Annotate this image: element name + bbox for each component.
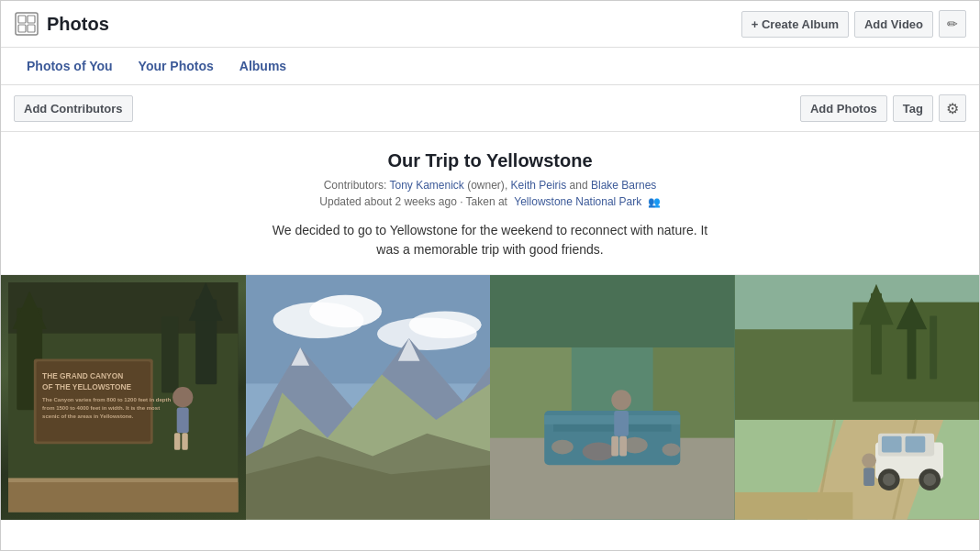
tab-photos-of-you[interactable]: Photos of You: [14, 48, 126, 84]
settings-button[interactable]: ⚙: [939, 94, 966, 122]
contributor1-link[interactable]: Tony Kamenick: [389, 179, 463, 192]
photo-item-3[interactable]: [490, 275, 735, 520]
updated-text: Updated about 2 weeks ago · Taken at: [319, 195, 507, 208]
svg-point-30: [408, 311, 481, 338]
svg-point-50: [611, 390, 631, 410]
svg-rect-22: [182, 433, 187, 450]
album-description: We decided to go to Yellowstone for the …: [270, 221, 710, 259]
svg-rect-2: [28, 16, 35, 23]
svg-point-74: [923, 473, 936, 486]
gear-icon: ⚙: [946, 100, 959, 117]
svg-text:OF THE YELLOWSTONE: OF THE YELLOWSTONE: [42, 382, 131, 391]
edit-button[interactable]: ✏: [939, 10, 966, 38]
svg-rect-1: [18, 16, 26, 23]
svg-point-19: [173, 387, 193, 407]
header-actions: + Create Album Add Video ✏: [741, 10, 966, 38]
svg-rect-53: [619, 436, 627, 457]
photo-item-4[interactable]: [735, 275, 980, 520]
svg-text:scenic of the areas in Yellows: scenic of the areas in Yellowstone.: [42, 413, 134, 419]
svg-rect-44: [544, 415, 680, 424]
location-link[interactable]: Yellowstone National Park: [514, 195, 641, 208]
photo-item-2[interactable]: [246, 275, 491, 520]
tab-your-photos[interactable]: Your Photos: [126, 48, 227, 84]
svg-text:THE GRAND CANYON: THE GRAND CANYON: [42, 371, 123, 380]
svg-text:The Canyon varies from 800 to : The Canyon varies from 800 to 1200 feet …: [42, 397, 171, 402]
svg-rect-70: [905, 436, 925, 453]
svg-point-47: [583, 443, 616, 461]
svg-rect-76: [863, 468, 874, 486]
svg-rect-62: [930, 315, 937, 379]
svg-rect-41: [490, 275, 735, 347]
svg-point-46: [551, 440, 574, 455]
page-header: Photos + Create Album Add Video ✏: [1, 1, 979, 48]
svg-rect-51: [614, 411, 629, 436]
svg-rect-20: [177, 407, 189, 433]
svg-rect-24: [8, 482, 239, 512]
svg-point-28: [309, 295, 382, 328]
sub-header-right: Add Photos Tag ⚙: [800, 94, 966, 122]
album-title: Our Trip to Yellowstone: [14, 150, 966, 171]
page-title: Photos: [47, 14, 109, 35]
create-album-button[interactable]: + Create Album: [741, 11, 849, 38]
album-contributors: Contributors: Tony Kamenick (owner), Kei…: [14, 179, 966, 192]
svg-rect-52: [611, 436, 618, 457]
edit-icon: ✏: [947, 17, 958, 31]
svg-point-49: [663, 444, 681, 457]
sub-header: Add Contributors Add Photos Tag ⚙: [1, 85, 979, 132]
svg-rect-3: [18, 25, 26, 32]
album-info: Our Trip to Yellowstone Contributors: To…: [1, 132, 979, 275]
svg-rect-77: [735, 492, 852, 520]
svg-rect-21: [174, 433, 180, 450]
add-video-button[interactable]: Add Video: [854, 11, 933, 38]
svg-rect-45: [553, 424, 671, 432]
add-contributors-button[interactable]: Add Contributors: [14, 95, 133, 122]
svg-rect-4: [28, 25, 35, 32]
contributors-prefix: Contributors:: [324, 179, 390, 192]
svg-text:from 1500 to 4000 feet in widt: from 1500 to 4000 feet in width. It is t…: [42, 405, 160, 411]
contributor-and: and: [570, 179, 591, 192]
svg-point-72: [882, 473, 895, 486]
photo-grid: THE GRAND CANYON OF THE YELLOWSTONE The …: [1, 275, 979, 520]
photo-item-1[interactable]: THE GRAND CANYON OF THE YELLOWSTONE The …: [1, 275, 246, 520]
tag-button[interactable]: Tag: [893, 95, 933, 122]
album-location: Updated about 2 weeks ago · Taken at Yel…: [14, 195, 966, 208]
header-left: Photos: [14, 11, 109, 37]
add-photos-button[interactable]: Add Photos: [800, 95, 887, 122]
photos-app-icon: [14, 11, 39, 37]
location-icon: 👥: [648, 196, 661, 207]
contributor2-link[interactable]: Keith Peiris: [511, 179, 567, 192]
nav-tabs: Photos of You Your Photos Albums: [1, 48, 979, 85]
contributor3-link[interactable]: Blake Barnes: [591, 179, 656, 192]
tab-albums[interactable]: Albums: [227, 48, 299, 84]
contributor1-role: (owner),: [467, 179, 510, 192]
svg-point-75: [862, 453, 876, 468]
svg-rect-69: [881, 436, 901, 453]
svg-rect-11: [161, 316, 179, 393]
